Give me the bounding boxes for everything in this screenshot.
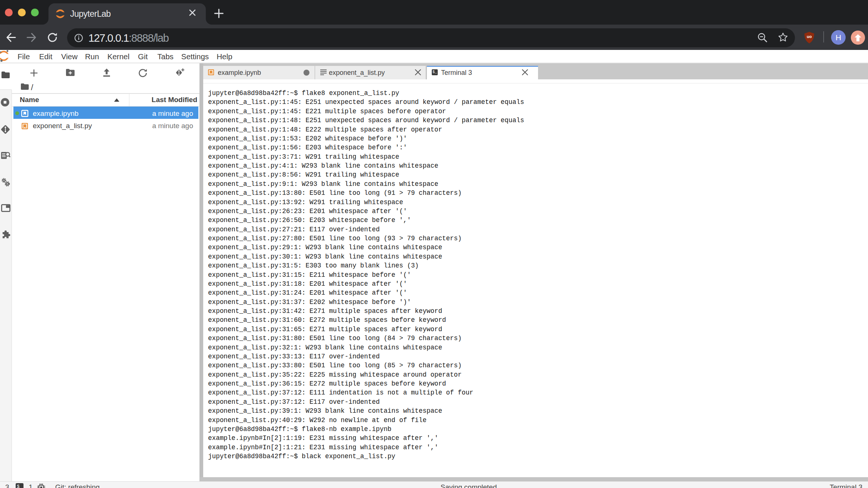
svg-text:uo: uo [807,34,812,39]
